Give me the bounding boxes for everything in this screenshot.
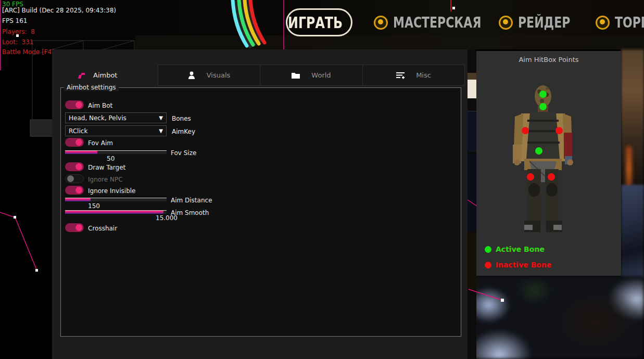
legend-inactive-bone: Inactive Bone bbox=[485, 261, 552, 269]
hitbox-point-right-shoulder[interactable] bbox=[555, 127, 563, 134]
fov-size-value: 50 bbox=[107, 155, 115, 162]
hitbox-panel-title: Aim HitBox Points bbox=[476, 56, 621, 63]
hitbox-point-head[interactable] bbox=[539, 91, 547, 98]
active-bone-dot-icon bbox=[485, 246, 491, 253]
cheat-window: Aimbot Visuals World Misc Aimbot setting… bbox=[52, 49, 468, 359]
tab-world[interactable]: World bbox=[260, 65, 363, 86]
tab-label: World bbox=[311, 71, 331, 79]
legend-label: Active Bone bbox=[496, 245, 545, 253]
aim-smooth-slider[interactable] bbox=[65, 210, 167, 214]
crosshair-toggle[interactable] bbox=[65, 223, 84, 232]
loot-count-text: Loot: 331 bbox=[2, 37, 33, 47]
legend-active-bone: Active Bone bbox=[485, 245, 545, 253]
tab-label: Visuals bbox=[207, 71, 231, 79]
hitbox-point-left-shoulder[interactable] bbox=[522, 127, 529, 134]
ignore-invisible-label: Ignore Invisible bbox=[88, 187, 135, 195]
pistol-icon bbox=[77, 72, 85, 79]
hitbox-panel: Aim HitBox Points Active Bone bbox=[476, 51, 621, 276]
menu-item-label: МАСТЕРСКАЯ bbox=[393, 14, 481, 31]
tab-visuals[interactable]: Visuals bbox=[158, 65, 260, 86]
debug-hud: 30 FPS [ARC] Build (Dec 28 2025, 09:43:3… bbox=[2, 0, 6, 73]
ignore-npc-toggle[interactable] bbox=[65, 174, 84, 183]
tab-misc[interactable]: Misc bbox=[362, 65, 465, 86]
fov-size-label: Fov Size bbox=[171, 149, 196, 157]
menu-item-workshop[interactable]: МАСТЕРСКАЯ bbox=[374, 15, 493, 30]
hitbox-point-pelvis[interactable] bbox=[535, 147, 542, 155]
draw-target-toggle[interactable] bbox=[65, 162, 84, 171]
inactive-bone-dot-icon bbox=[485, 262, 491, 268]
tab-label: Misc bbox=[416, 71, 431, 79]
aimkey-dropdown-value: RClick bbox=[69, 127, 87, 135]
menu-item-trade[interactable]: ТОРГО bbox=[596, 15, 644, 30]
person-icon bbox=[188, 71, 195, 79]
menu-item-label: РЕЙДЕР bbox=[518, 14, 570, 31]
fov-size-slider[interactable] bbox=[65, 150, 167, 154]
coin-icon bbox=[499, 16, 513, 30]
aim-bot-label: Aim Bot bbox=[88, 102, 112, 109]
coin-icon bbox=[374, 16, 388, 30]
tab-aimbot[interactable]: Aimbot bbox=[52, 65, 158, 86]
aimkey-dropdown[interactable]: RClick ▼ bbox=[65, 125, 167, 136]
chevron-down-icon: ▼ bbox=[159, 128, 163, 134]
menu-item-raider[interactable]: РЕЙДЕР bbox=[499, 15, 577, 30]
draw-target-label: Draw Target bbox=[88, 164, 125, 171]
hitbox-point-neck[interactable] bbox=[539, 103, 547, 110]
bones-label: Bones bbox=[172, 115, 191, 122]
chevron-down-icon: ▼ bbox=[159, 115, 163, 121]
ignore-npc-label: Ignore NPC bbox=[88, 176, 123, 183]
bones-dropdown[interactable]: Head, Neck, Pelvis ▼ bbox=[65, 112, 167, 123]
play-button[interactable]: ИГРАТЬ bbox=[286, 8, 352, 36]
fov-aim-toggle[interactable] bbox=[65, 138, 84, 147]
crosshair-label: Crosshair bbox=[88, 225, 117, 232]
aim-distance-value: 150 bbox=[88, 202, 100, 210]
build-info-text: [ARC] Build (Dec 28 2025, 09:43:38) bbox=[2, 5, 116, 16]
coin-icon bbox=[596, 16, 610, 30]
legend-label: Inactive Bone bbox=[496, 261, 552, 269]
fov-aim-label: Fov Aim bbox=[88, 139, 113, 147]
hitbox-point-right-hip[interactable] bbox=[548, 173, 555, 181]
aim-distance-label: Aim Distance bbox=[171, 197, 212, 204]
folder-icon bbox=[292, 72, 300, 79]
tab-label: Aimbot bbox=[93, 71, 117, 79]
aimbot-settings-group: Aimbot settings Aim Bot Head, Neck, Pelv… bbox=[60, 87, 461, 337]
aim-bot-toggle[interactable] bbox=[65, 100, 84, 109]
fps-counter-text: FPS 161 bbox=[2, 16, 27, 26]
group-title: Aimbot settings bbox=[64, 84, 119, 91]
hitbox-point-left-hip[interactable] bbox=[527, 173, 534, 181]
menu-item-label: ТОРГО bbox=[615, 15, 644, 30]
aimkey-label: AimKey bbox=[172, 128, 195, 135]
aim-distance-slider[interactable] bbox=[65, 198, 167, 201]
play-button-label: ИГРАТЬ bbox=[288, 14, 343, 32]
ignore-invisible-toggle[interactable] bbox=[65, 186, 84, 195]
aim-smooth-label: Aim Smooth bbox=[171, 209, 209, 216]
players-count-text: Players: 8 bbox=[2, 27, 35, 37]
filter-icon bbox=[396, 72, 405, 79]
bones-dropdown-value: Head, Neck, Pelvis bbox=[69, 114, 127, 122]
